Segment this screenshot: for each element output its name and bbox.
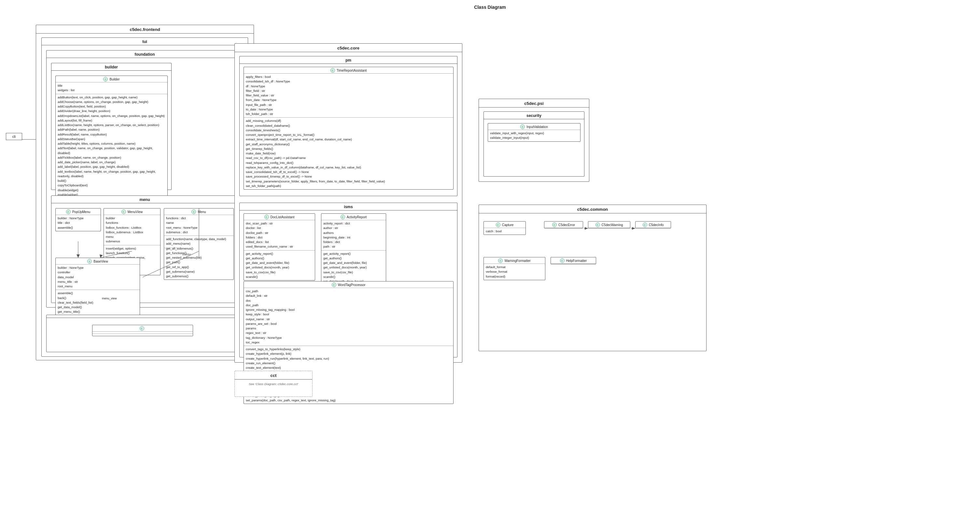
package-frontend-title: c5dec.frontend xyxy=(36,25,254,33)
dla-instance: C DocListAssistant xyxy=(244,214,315,220)
package-frontend: c5dec.frontend tui foundation builder C … xyxy=(36,25,254,360)
hf-label: HelpFormatter xyxy=(566,259,587,263)
popupmenu-attrs: builder : NoneType title : dict assemble… xyxy=(56,215,100,231)
c5decwarning-label: C5decWarning xyxy=(602,223,623,227)
wf-label: WarningFormatter xyxy=(504,259,530,263)
capture-instance: C Capture xyxy=(484,222,525,228)
package-common: c5dec.common C Capture catch : bool C C5… xyxy=(479,205,706,351)
popupmenu-instance: C PopUpMenu xyxy=(56,209,100,215)
class-menu: C Menu functions : dict name root_menu :… xyxy=(164,208,234,280)
class-application: C xyxy=(92,325,193,336)
svg-marker-14 xyxy=(100,255,103,258)
menuview-label: MenuView xyxy=(127,210,143,214)
ar-instance: C ActivityReport xyxy=(321,214,386,220)
pm-title: pm xyxy=(240,56,457,64)
application-methods xyxy=(92,334,193,336)
cct-title: cct xyxy=(235,371,312,379)
foundation-title: foundation xyxy=(46,51,243,58)
builder-title: builder xyxy=(51,63,171,71)
c5decwarning-circle-c: C xyxy=(595,223,600,227)
builder-association-label: builder xyxy=(182,253,191,256)
baseview-instance: C BaseView xyxy=(56,258,140,265)
iv-label: InputValidation xyxy=(527,125,547,129)
class-c5decwarning: C C5decWarning xyxy=(588,221,630,228)
wf-methods: default_format verbose_format format(rec… xyxy=(484,264,545,280)
ar-circle-c: C xyxy=(340,215,345,219)
wtp-instance: C WordTagProcessor xyxy=(244,282,453,288)
wtp-label: WordTagProcessor xyxy=(338,283,366,287)
subpackage-tui: tui foundation builder C Builder title w… xyxy=(41,37,248,357)
cli-box: cli xyxy=(6,133,22,140)
iv-circle-c: C xyxy=(520,124,525,129)
baseview-circle-c: C xyxy=(87,259,92,263)
wf-circle-c: C xyxy=(498,258,503,263)
baseview-attrs: builder : NoneType controller data_model… xyxy=(56,265,140,290)
dla-methods: get_activity_report() get_authors() get_… xyxy=(244,250,315,281)
subpackage-foundation: foundation builder C Builder title widge… xyxy=(46,50,243,308)
menuview-attrs: builder functions listbox_functions : Li… xyxy=(104,215,160,245)
svg-marker-12 xyxy=(76,255,80,258)
builder-instance: C Builder xyxy=(56,76,167,83)
subpackage-isms: isms C DocListAssistant doc_scan_path : … xyxy=(239,202,457,357)
tra-circle-c: C xyxy=(331,68,335,73)
wf-instance: C WarningFormatter xyxy=(484,257,545,264)
c5decerror-instance: C C5decError xyxy=(544,222,583,228)
package-core-title: c5dec.core xyxy=(235,44,462,52)
class-activityreport: C ActivityReport activity_report : dict … xyxy=(321,214,386,285)
tui-title: tui xyxy=(42,38,248,45)
baseview-label: BaseView xyxy=(94,260,108,263)
iv-instance: C InputValidation xyxy=(488,123,580,130)
diagram-canvas: cli c5dec.frontend tui foundation builde… xyxy=(0,13,980,517)
menu-instance: C Menu xyxy=(164,209,234,215)
builder-circle-c: C xyxy=(103,77,108,81)
wtp-attrs: csv_path default_link : str doc doc_path… xyxy=(244,288,453,346)
dla-label: DocListAssistant xyxy=(270,215,295,219)
class-capture: C Capture catch : bool xyxy=(484,221,526,235)
capture-label: Capture xyxy=(502,223,514,227)
capture-circle-c: C xyxy=(496,223,500,227)
wtp-circle-c: C xyxy=(332,282,336,287)
ar-label: ActivityReport xyxy=(347,215,367,219)
package-common-title: c5dec.common xyxy=(479,205,706,214)
builder-instance-label: Builder xyxy=(110,78,119,81)
subpackage-application: C xyxy=(46,315,243,352)
package-core: c5dec.core pm C TimeReportAssistant appl… xyxy=(234,43,462,363)
ar-methods: get_activity_report() get_authors() get_… xyxy=(321,250,386,285)
menu-view-label: menu_view xyxy=(102,297,117,300)
iv-methods: validate_input_with_regex(input, regex) … xyxy=(488,130,580,141)
isms-title: isms xyxy=(240,203,457,210)
class-builder: C Builder title widgets : list addButton… xyxy=(55,76,168,212)
builder-attributes: title widgets : list xyxy=(56,83,167,94)
subpackage-menu: menu C PopUpMenu builder : NoneType titl… xyxy=(51,196,238,303)
class-timereportassistant: C TimeReportAssistant apply_filters : bo… xyxy=(243,67,453,190)
class-warningformatter: C WarningFormatter default_format verbos… xyxy=(484,257,545,280)
cct-note: See 'Class Diagram: c5dec.core.cct' xyxy=(235,379,312,388)
class-c5decerror: C C5decError xyxy=(544,221,583,228)
cli-label: cli xyxy=(13,135,16,139)
builder-methods: addButton(text, on_click, position, gap,… xyxy=(56,94,167,212)
menuview-circle-c: C xyxy=(121,209,126,214)
menu-methods: add_function(name, classtype, data_model… xyxy=(164,236,234,279)
application-title xyxy=(46,315,243,318)
popupmenu-label: PopUpMenu xyxy=(72,210,91,214)
dla-circle-c: C xyxy=(264,215,269,219)
subpackage-builder: builder C Builder title widgets : list a… xyxy=(51,63,172,190)
class-doclistassistant: C DocListAssistant doc_scan_path : str d… xyxy=(243,214,315,281)
svg-marker-21 xyxy=(632,227,635,230)
c5decinfo-label: C5decInfo xyxy=(649,223,664,227)
tra-label: TimeReportAssistant xyxy=(337,69,367,72)
application-circle-c: C xyxy=(140,326,144,331)
menu-circle-c: C xyxy=(191,209,196,214)
menuview-instance: C MenuView xyxy=(104,209,160,215)
package-psi-title: c5dec.psi xyxy=(479,99,589,107)
security-title: security xyxy=(484,112,584,119)
class-helpformatter: C HelpFormatter xyxy=(550,257,596,264)
page-title: Class Diagram xyxy=(0,0,980,13)
subpackage-pm: pm C TimeReportAssistant apply_filters :… xyxy=(239,56,457,196)
menu-title: menu xyxy=(51,196,238,203)
class-c5decinfo: C C5decInfo xyxy=(635,221,671,228)
svg-marker-19 xyxy=(585,227,588,230)
subpackage-security: security C InputValidation validate_inpu… xyxy=(484,112,584,177)
tra-instance: C TimeReportAssistant xyxy=(244,67,453,73)
menu-label: Menu xyxy=(197,210,206,214)
